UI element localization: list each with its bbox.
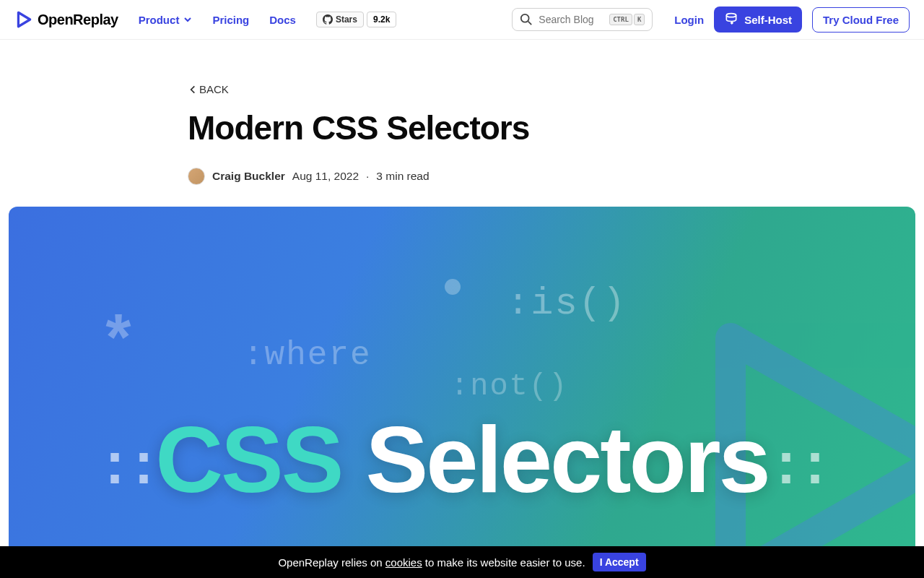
login-link[interactable]: Login bbox=[674, 14, 704, 26]
article-title: Modern CSS Selectors bbox=[188, 108, 736, 147]
site-header: OpenReplay Product Pricing Docs Stars 9.… bbox=[0, 0, 924, 40]
article-date: Aug 11, 2022 bbox=[292, 170, 359, 183]
decorative-dot bbox=[445, 279, 461, 295]
cookie-accept-button[interactable]: I Accept bbox=[593, 553, 646, 571]
cookie-suffix: to make its website easier to use. bbox=[422, 556, 585, 569]
kbd-ctrl: CTRL bbox=[609, 14, 632, 25]
author-name: Craig Buckler bbox=[212, 170, 285, 183]
header-actions: Login Self-Host Try Cloud Free bbox=[674, 7, 910, 33]
main-content: BACK Modern CSS Selectors Craig Buckler … bbox=[0, 40, 924, 561]
nav-pricing-label: Pricing bbox=[212, 14, 249, 26]
cookie-prefix: OpenReplay relies on bbox=[278, 556, 385, 569]
hero-selectors-word: Selectors bbox=[341, 407, 768, 512]
database-icon bbox=[724, 12, 738, 27]
nav-product-label: Product bbox=[139, 14, 180, 26]
hero-title: ::CSS Selectors:: bbox=[9, 405, 915, 514]
hero-dots-left: :: bbox=[97, 435, 155, 501]
meta-separator: · bbox=[366, 170, 369, 183]
self-host-button[interactable]: Self-Host bbox=[714, 7, 802, 33]
hero-image: * :is() :where :not() ::CSS Selectors:: bbox=[9, 207, 915, 561]
github-stars-label: Stars bbox=[336, 14, 357, 25]
hero-dots-right: :: bbox=[769, 435, 827, 501]
svg-point-0 bbox=[521, 14, 529, 22]
search-shortcut: CTRL K bbox=[609, 14, 645, 25]
github-stars-button[interactable]: Stars bbox=[316, 12, 364, 27]
github-stars-count: 9.2k bbox=[367, 12, 396, 27]
cookie-banner: OpenReplay relies on cookies to make its… bbox=[0, 546, 924, 578]
cookie-text: OpenReplay relies on cookies to make its… bbox=[278, 556, 585, 569]
brand-name: OpenReplay bbox=[38, 12, 118, 28]
github-badge[interactable]: Stars 9.2k bbox=[316, 12, 396, 27]
kbd-k: K bbox=[634, 14, 645, 25]
hero-hint-is: :is() bbox=[507, 282, 627, 325]
play-triangle-icon bbox=[14, 10, 33, 29]
chevron-down-icon bbox=[183, 15, 192, 24]
article-meta: Craig Buckler Aug 11, 2022 · 3 min read bbox=[188, 168, 736, 185]
nav-product[interactable]: Product bbox=[139, 14, 193, 26]
hero-hint-not: :not() bbox=[450, 369, 568, 404]
cookie-link[interactable]: cookies bbox=[385, 556, 422, 569]
article-header: BACK Modern CSS Selectors Craig Buckler … bbox=[188, 83, 736, 207]
hero-asterisk: * bbox=[99, 308, 138, 381]
read-time: 3 min read bbox=[376, 170, 429, 183]
primary-nav: Product Pricing Docs bbox=[139, 14, 296, 26]
nav-pricing[interactable]: Pricing bbox=[212, 14, 249, 26]
github-icon bbox=[323, 14, 333, 25]
search-box[interactable]: CTRL K bbox=[512, 8, 653, 31]
search-input[interactable] bbox=[539, 14, 603, 25]
brand-logo[interactable]: OpenReplay bbox=[14, 10, 118, 29]
svg-point-2 bbox=[726, 14, 736, 17]
nav-docs[interactable]: Docs bbox=[269, 14, 296, 26]
back-label: BACK bbox=[199, 83, 229, 95]
back-link[interactable]: BACK bbox=[188, 83, 736, 95]
search-icon bbox=[520, 13, 533, 26]
hero-hint-where: :where bbox=[243, 337, 372, 374]
self-host-label: Self-Host bbox=[744, 14, 792, 26]
svg-line-1 bbox=[528, 22, 532, 25]
nav-docs-label: Docs bbox=[269, 14, 296, 26]
try-free-button[interactable]: Try Cloud Free bbox=[812, 7, 910, 33]
author-avatar bbox=[188, 168, 205, 185]
chevron-left-icon bbox=[188, 85, 198, 95]
hero-css-word: CSS bbox=[155, 407, 341, 512]
